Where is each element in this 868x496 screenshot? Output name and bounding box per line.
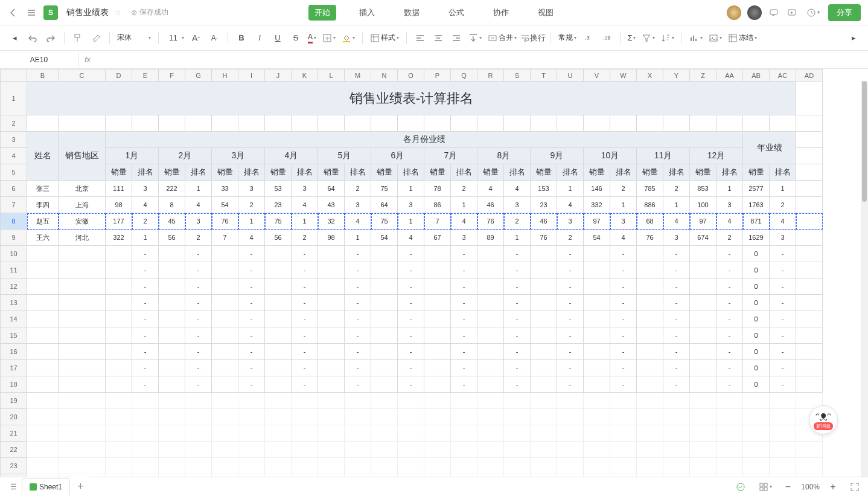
empty-cell[interactable] bbox=[212, 393, 238, 409]
data-cell[interactable]: - bbox=[504, 279, 531, 295]
data-cell[interactable]: 2 bbox=[504, 213, 531, 230]
data-cell[interactable] bbox=[27, 344, 59, 360]
data-cell[interactable] bbox=[212, 344, 238, 360]
data-cell[interactable]: - bbox=[238, 376, 265, 393]
cell-style-dropdown[interactable]: 样式▾ bbox=[368, 33, 401, 43]
data-cell[interactable]: - bbox=[504, 262, 531, 279]
row-header[interactable]: 6 bbox=[1, 181, 27, 197]
empty-cell[interactable] bbox=[637, 425, 663, 442]
toolbar-expand-left-icon[interactable]: ◂ bbox=[6, 30, 23, 47]
empty-cell[interactable] bbox=[557, 393, 584, 409]
row-header[interactable]: 4 bbox=[1, 148, 27, 164]
data-cell[interactable]: 1 bbox=[292, 213, 318, 230]
data-cell[interactable]: - bbox=[451, 344, 477, 360]
data-cell[interactable]: 1 bbox=[398, 213, 424, 230]
data-cell[interactable] bbox=[318, 327, 345, 344]
data-cell[interactable]: 23 bbox=[265, 197, 292, 213]
empty-cell[interactable] bbox=[265, 442, 292, 458]
empty-cell[interactable] bbox=[557, 458, 584, 474]
data-cell[interactable] bbox=[637, 376, 663, 393]
empty-cell[interactable] bbox=[451, 409, 477, 425]
empty-cell[interactable] bbox=[424, 474, 451, 477]
empty-cell[interactable] bbox=[557, 425, 584, 442]
decimal-decrease-icon[interactable]: .0 bbox=[580, 30, 597, 47]
data-cell[interactable]: - bbox=[770, 344, 796, 360]
data-cell[interactable]: 4 bbox=[132, 197, 159, 213]
data-cell[interactable]: - bbox=[663, 344, 690, 360]
data-cell[interactable]: - bbox=[292, 295, 318, 311]
data-cell[interactable] bbox=[59, 376, 106, 393]
data-cell[interactable]: 3 bbox=[770, 230, 796, 246]
empty-cell[interactable] bbox=[796, 132, 823, 148]
empty-cell[interactable] bbox=[716, 442, 743, 458]
data-cell[interactable]: 23 bbox=[531, 197, 557, 213]
empty-cell[interactable] bbox=[796, 246, 823, 262]
strikethrough-icon[interactable]: S bbox=[287, 30, 304, 47]
row-header[interactable]: 5 bbox=[1, 164, 27, 181]
data-cell[interactable] bbox=[106, 279, 132, 295]
data-cell[interactable]: - bbox=[716, 360, 743, 376]
image-dropdown[interactable]: ▾ bbox=[706, 33, 724, 43]
data-cell[interactable]: - bbox=[716, 246, 743, 262]
empty-cell[interactable] bbox=[796, 360, 823, 376]
data-cell[interactable] bbox=[318, 279, 345, 295]
data-cell[interactable]: 33 bbox=[212, 181, 238, 197]
data-cell[interactable] bbox=[371, 246, 398, 262]
menu-icon[interactable] bbox=[25, 7, 37, 19]
data-cell[interactable]: - bbox=[185, 295, 212, 311]
empty-cell[interactable] bbox=[371, 115, 398, 132]
data-cell[interactable] bbox=[212, 262, 238, 279]
data-cell[interactable]: - bbox=[238, 311, 265, 327]
data-cell[interactable]: 4 bbox=[345, 213, 371, 230]
data-cell[interactable]: - bbox=[770, 360, 796, 376]
data-cell[interactable]: - bbox=[663, 295, 690, 311]
format-painter-icon[interactable] bbox=[69, 30, 86, 47]
data-cell[interactable]: - bbox=[292, 311, 318, 327]
back-icon[interactable] bbox=[7, 7, 19, 19]
data-cell[interactable] bbox=[59, 246, 106, 262]
data-cell[interactable]: 3 bbox=[557, 213, 584, 230]
empty-cell[interactable] bbox=[59, 458, 106, 474]
data-cell[interactable]: - bbox=[663, 327, 690, 344]
data-cell[interactable]: - bbox=[398, 295, 424, 311]
data-cell[interactable] bbox=[212, 327, 238, 344]
data-cell[interactable]: - bbox=[610, 360, 637, 376]
data-cell[interactable]: 75 bbox=[265, 213, 292, 230]
data-cell[interactable] bbox=[531, 311, 557, 327]
data-cell[interactable]: - bbox=[292, 262, 318, 279]
empty-cell[interactable] bbox=[238, 425, 265, 442]
empty-cell[interactable] bbox=[238, 458, 265, 474]
data-cell[interactable]: - bbox=[132, 295, 159, 311]
data-cell[interactable] bbox=[531, 344, 557, 360]
data-cell[interactable]: - bbox=[451, 295, 477, 311]
data-cell[interactable]: - bbox=[345, 311, 371, 327]
data-cell[interactable]: - bbox=[770, 376, 796, 393]
empty-cell[interactable] bbox=[743, 474, 770, 477]
column-header[interactable]: I bbox=[238, 69, 265, 82]
empty-cell[interactable] bbox=[27, 474, 59, 477]
underline-icon[interactable]: U bbox=[269, 30, 286, 47]
data-cell[interactable]: - bbox=[451, 279, 477, 295]
data-cell[interactable] bbox=[59, 279, 106, 295]
empty-cell[interactable] bbox=[238, 115, 265, 132]
column-header[interactable]: V bbox=[584, 69, 610, 82]
data-cell[interactable] bbox=[106, 295, 132, 311]
data-cell[interactable]: - bbox=[451, 360, 477, 376]
data-cell[interactable]: 4 bbox=[238, 230, 265, 246]
empty-cell[interactable] bbox=[796, 279, 823, 295]
data-cell[interactable]: - bbox=[557, 376, 584, 393]
view-mode-dropdown[interactable]: ▾ bbox=[756, 482, 774, 492]
empty-cell[interactable] bbox=[27, 458, 59, 474]
empty-cell[interactable] bbox=[185, 442, 212, 458]
data-cell[interactable] bbox=[477, 311, 504, 327]
data-cell[interactable]: - bbox=[610, 295, 637, 311]
empty-cell[interactable] bbox=[292, 474, 318, 477]
data-cell[interactable] bbox=[584, 246, 610, 262]
data-cell[interactable] bbox=[106, 344, 132, 360]
empty-cell[interactable] bbox=[663, 409, 690, 425]
font-color-dropdown[interactable]: A▾ bbox=[305, 33, 319, 43]
empty-cell[interactable] bbox=[451, 442, 477, 458]
data-cell[interactable] bbox=[318, 360, 345, 376]
data-cell[interactable] bbox=[690, 344, 716, 360]
data-cell[interactable]: 56 bbox=[159, 230, 185, 246]
